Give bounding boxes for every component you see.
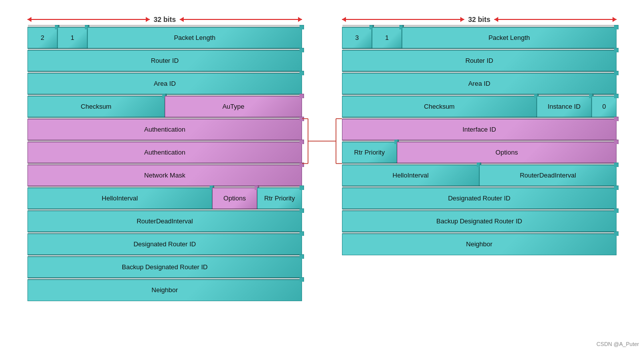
stack-row: Authentication: [27, 119, 302, 141]
packet-cell: Neighbor: [342, 233, 617, 255]
left-diagram: 32 bits 21Packet LengthRouter IDArea IDC…: [27, 15, 302, 302]
stack-row: Rtr PriorityOptions: [342, 142, 617, 164]
stack-row: 31Packet Length: [342, 27, 617, 49]
stack-row: Area ID: [27, 73, 302, 95]
packet-cell: Instance ID: [537, 96, 592, 118]
stack-row: ChecksumInstance ID0: [342, 96, 617, 118]
packet-cell: Packet Length: [402, 27, 617, 49]
stack-row: Authentication: [27, 142, 302, 164]
packet-cell: Rtr Priority: [257, 187, 302, 209]
packet-cell: 1: [372, 27, 402, 49]
stack-row: Router ID: [342, 50, 617, 72]
right-arrow: 32 bits: [342, 15, 617, 24]
stack-row: Network Mask: [27, 165, 302, 186]
left-arrow: 32 bits: [27, 15, 302, 24]
packet-cell: Area ID: [27, 73, 302, 95]
packet-cell: Options: [397, 142, 617, 164]
packet-cell: 1: [57, 27, 87, 49]
packet-cell: Designated Router ID: [342, 187, 617, 209]
packet-cell: 3: [342, 27, 372, 49]
watermark-text: CSDN @A_Puter: [597, 341, 639, 347]
packet-cell: RouterDeadInterval: [479, 165, 617, 186]
packet-cell: Designated Router ID: [27, 233, 302, 255]
stack-row: Backup Designated Router ID: [27, 256, 302, 278]
stack-row: Neighbor: [27, 279, 302, 301]
packet-cell: HelloInterval: [27, 187, 212, 209]
packet-cell: Checksum: [342, 96, 537, 118]
packet-cell: 2: [27, 27, 57, 49]
packet-cell: Options: [212, 187, 257, 209]
right-diagram: 32 bits 31Packet LengthRouter IDArea IDC…: [342, 15, 617, 256]
stack-row: HelloIntervalRouterDeadInterval: [342, 165, 617, 186]
packet-cell: AuType: [165, 96, 302, 118]
stack-row: HelloIntervalOptionsRtr Priority: [27, 187, 302, 209]
packet-cell: Area ID: [342, 73, 617, 95]
packet-cell: Backup Designated Router ID: [342, 210, 617, 232]
stack-row: Designated Router ID: [342, 187, 617, 209]
stack-row: 21Packet Length: [27, 27, 302, 49]
packet-cell: Backup Designated Router ID: [27, 256, 302, 278]
stack-row: Router ID: [27, 50, 302, 72]
packet-cell: Checksum: [27, 96, 165, 118]
stack-row: Area ID: [342, 73, 617, 95]
stack-row: Interface ID: [342, 119, 617, 141]
packet-cell: HelloInterval: [342, 165, 479, 186]
packet-cell: Interface ID: [342, 119, 617, 141]
right-title: 32 bits: [464, 15, 494, 23]
packet-cell: Rtr Priority: [342, 142, 397, 164]
stack-row: ChecksumAuType: [27, 96, 302, 118]
packet-cell: Router ID: [342, 50, 617, 72]
packet-cell: Authentication: [27, 142, 302, 164]
packet-cell: 0: [592, 96, 617, 118]
stack-row: RouterDeadInterval: [27, 210, 302, 232]
packet-cell: Router ID: [27, 50, 302, 72]
packet-cell: RouterDeadInterval: [27, 210, 302, 232]
packet-cell: Network Mask: [27, 165, 302, 186]
left-title: 32 bits: [150, 15, 180, 23]
stack-row: Backup Designated Router ID: [342, 210, 617, 232]
packet-cell: Packet Length: [87, 27, 302, 49]
packet-cell: Neighbor: [27, 279, 302, 301]
stack-row: Neighbor: [342, 233, 617, 255]
stack-row: Designated Router ID: [27, 233, 302, 255]
packet-cell: Authentication: [27, 119, 302, 141]
